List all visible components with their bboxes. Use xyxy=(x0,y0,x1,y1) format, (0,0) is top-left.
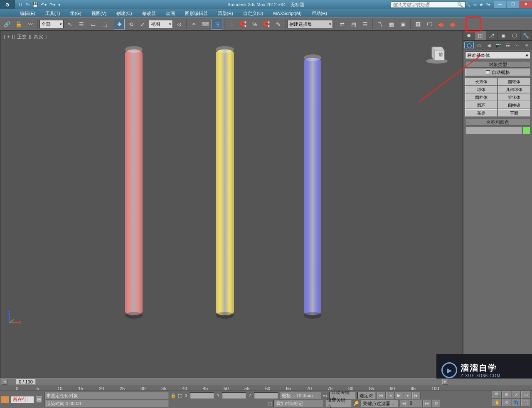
systems-icon[interactable]: ✳ xyxy=(522,42,531,49)
menu-item[interactable]: MAXScript(M) xyxy=(269,10,305,17)
play-icon[interactable]: ▶ xyxy=(395,392,403,399)
menu-item[interactable]: 动画 xyxy=(162,10,179,17)
scale-icon[interactable]: ⤢ xyxy=(137,19,148,29)
menu-item[interactable]: 自定义(U) xyxy=(239,10,267,17)
script-toggle-icon[interactable]: ▤ xyxy=(36,396,42,403)
menu-item[interactable]: 帮助(H) xyxy=(308,10,331,17)
selection-filter-dropdown[interactable]: 全部 xyxy=(39,20,64,28)
viewport-label[interactable]: [ + ][ 正交 ][ 真实 ] xyxy=(4,34,47,40)
primitive-button[interactable]: 管状体 xyxy=(498,93,530,101)
close-button[interactable]: ✕ xyxy=(520,1,532,8)
maxview-icon[interactable]: ⛶ xyxy=(521,399,530,406)
zoom-icon[interactable]: 🔍 xyxy=(493,391,502,398)
mirror-icon[interactable]: ⇄ xyxy=(337,19,347,29)
object-name-input[interactable] xyxy=(465,127,522,134)
pivot-icon[interactable]: ⊙ xyxy=(174,19,185,29)
qat-redo-icon[interactable]: ↷▾ xyxy=(49,2,56,7)
tab-modify-icon[interactable]: ◫ xyxy=(475,31,487,40)
rollout-object-type[interactable]: -对象类型 xyxy=(465,61,530,68)
favorite-icon[interactable]: ★ xyxy=(479,2,483,7)
refcoord-dropdown[interactable]: 视图 xyxy=(149,20,173,28)
y-input[interactable] xyxy=(222,392,246,399)
auto-grid-checkbox[interactable]: 自动栅格 xyxy=(465,69,530,76)
goto-start-icon[interactable]: ⏮ xyxy=(377,392,386,399)
goto-end-icon[interactable]: ⏭ xyxy=(412,392,421,399)
next-frame-icon[interactable]: ▸ xyxy=(404,392,412,399)
setkey-button[interactable]: 设置关键点 xyxy=(325,400,352,407)
tab-hierarchy-icon[interactable]: ⎇ xyxy=(486,31,498,40)
primitive-button[interactable]: 茶壶 xyxy=(465,109,498,117)
time-slider-track[interactable]: ◂ ▸ 0 / 100 xyxy=(0,379,532,386)
lights-icon[interactable]: ◀ xyxy=(484,42,493,49)
app-icon[interactable]: ⊙ xyxy=(0,0,15,9)
menu-item[interactable]: 编辑(E) xyxy=(16,10,39,17)
curve-editor-icon[interactable]: 〽 xyxy=(374,19,385,29)
align-icon[interactable]: ▤ xyxy=(348,19,359,29)
pan-icon[interactable]: ✋ xyxy=(493,399,502,406)
z-input[interactable] xyxy=(254,392,278,399)
isolate-icon[interactable]: ⬚ xyxy=(178,393,182,398)
qat-more-icon[interactable]: ▾ xyxy=(58,2,61,7)
viewport[interactable]: [ + ][ 正交 ][ 真实 ] 前 z x xyxy=(0,31,463,378)
view-cube[interactable]: 前 xyxy=(424,39,450,66)
move-icon[interactable]: ✥ xyxy=(114,19,125,29)
keyboard-icon[interactable]: ⌨ xyxy=(200,19,211,29)
named-selset-dropdown[interactable]: 创建选择集 xyxy=(287,20,333,28)
key-prev-icon[interactable]: ⏮ xyxy=(400,400,408,407)
time-config-icon[interactable]: ⚙ xyxy=(432,400,440,407)
current-frame-input[interactable]: 0 xyxy=(409,400,423,407)
cameras-icon[interactable]: 📷 xyxy=(494,42,502,49)
key-big-icon[interactable]: 🔑 xyxy=(353,401,359,406)
shapes-icon[interactable]: ⬭ xyxy=(475,42,483,49)
rollout-name-color[interactable]: -名称和颜色 xyxy=(465,119,530,125)
minibar-icon[interactable] xyxy=(1,396,9,403)
spinner-snap-icon[interactable]: 🧲 xyxy=(261,19,272,29)
selected-button[interactable]: 选定对 xyxy=(357,392,376,399)
tab-display-icon[interactable]: 🖵 xyxy=(509,31,521,40)
unlink-icon[interactable]: 🔓 xyxy=(13,19,24,29)
edit-named-sel-icon[interactable]: ✎ xyxy=(273,19,283,29)
schematic-icon[interactable]: ▦ xyxy=(386,19,397,29)
primitive-button[interactable]: 圆锥体 xyxy=(498,78,530,85)
zoom-all-icon[interactable]: ⊞ xyxy=(502,391,511,398)
search-input[interactable]: 键入关键字或短语 xyxy=(391,1,466,8)
primitive-button[interactable]: 四棱锥 xyxy=(498,101,530,109)
maximize-button[interactable]: ☐ xyxy=(507,1,519,8)
rendered-frame-icon[interactable]: 🖵 xyxy=(424,19,435,29)
snap-toggle-icon[interactable]: ◳ xyxy=(212,19,222,29)
menu-item[interactable]: 渲染(R) xyxy=(214,10,237,17)
select-manip-icon[interactable]: ✧ xyxy=(188,19,199,29)
window-cross-icon[interactable]: ⬚ xyxy=(99,19,110,29)
star-icon[interactable]: ☆ xyxy=(473,2,477,7)
spacewarps-icon[interactable]: 〰 xyxy=(513,42,522,49)
add-time-tag[interactable]: 添加时间标记 xyxy=(273,400,323,407)
key-next-icon[interactable]: ⏭ xyxy=(423,400,431,407)
x-input[interactable] xyxy=(190,392,214,399)
rotate-icon[interactable]: ⟲ xyxy=(126,19,136,29)
walk-icon[interactable]: 👣 xyxy=(512,399,521,406)
bind-icon[interactable]: 〰 xyxy=(25,19,36,29)
qat-open-icon[interactable]: 🗁 xyxy=(25,2,30,7)
render-prod-icon[interactable]: 🫖 xyxy=(436,19,446,29)
cylinder-object[interactable] xyxy=(125,49,143,315)
primitive-button[interactable]: 圆环 xyxy=(465,101,498,109)
select-rect-icon[interactable]: ▭ xyxy=(88,19,99,29)
qat-new-icon[interactable]: 🗋 xyxy=(18,2,23,7)
fov-icon[interactable]: ▭ xyxy=(521,391,530,398)
render-setup-icon[interactable]: 🖼 xyxy=(412,19,423,29)
category-dropdown[interactable]: 标准基本体 xyxy=(465,52,530,59)
timeline-left-icon[interactable]: ◂ xyxy=(2,379,7,385)
menu-item[interactable]: 工具(T) xyxy=(41,10,64,17)
cylinder-object[interactable] xyxy=(216,49,234,315)
render-iter-icon[interactable]: 🫖 xyxy=(447,19,458,29)
tab-motion-icon[interactable]: ◉ xyxy=(498,31,510,40)
primitive-button[interactable]: 长方体 xyxy=(465,78,498,85)
helpers-icon[interactable]: ☷ xyxy=(503,42,512,49)
qat-save-icon[interactable]: 💾 xyxy=(32,2,38,7)
timeline-right-icon[interactable]: ▸ xyxy=(442,379,448,385)
prev-frame-icon[interactable]: ◂ xyxy=(386,392,394,399)
keyfilter-button[interactable]: 关键点过滤器... xyxy=(361,400,398,407)
tab-utilities-icon[interactable]: 🔧 xyxy=(521,31,532,40)
snap-3d-icon[interactable]: 3 xyxy=(226,19,237,29)
primitive-button[interactable]: 平面 xyxy=(498,109,530,117)
